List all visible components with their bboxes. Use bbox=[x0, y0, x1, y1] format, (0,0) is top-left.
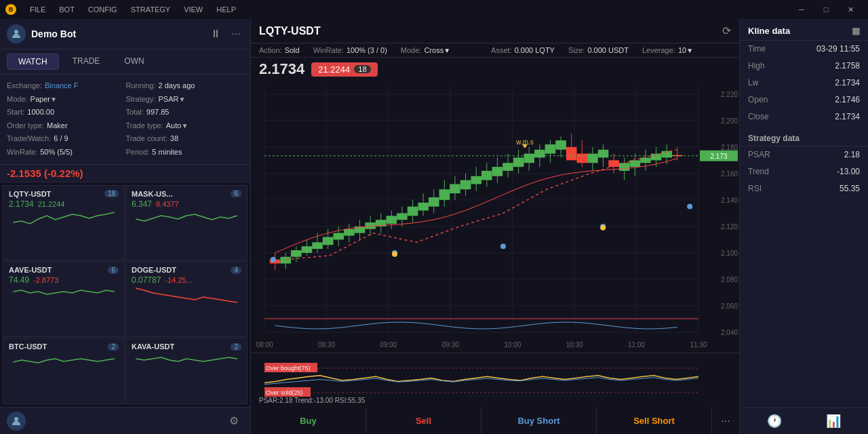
chart-mode-value: Cross▼ bbox=[424, 46, 450, 54]
exchange-value[interactable]: Binance F bbox=[45, 80, 79, 92]
buy-short-button[interactable]: Buy Short bbox=[481, 408, 597, 434]
chart-icon[interactable]: 📊 bbox=[826, 414, 841, 429]
chart-type-icon[interactable]: ▦ bbox=[852, 26, 860, 36]
exchange-label: Exchange: bbox=[7, 80, 42, 92]
watch-symbol: LQTY-USDT bbox=[9, 190, 51, 198]
start-value: 1000.00 bbox=[27, 106, 54, 119]
lw-value: 2.1734 bbox=[835, 78, 860, 87]
titlebar: B FILE BOT CONFIG STRATEGY VIEW HELP ─ □… bbox=[0, 0, 868, 19]
watch-card[interactable]: KAVA-USDT2 bbox=[125, 338, 248, 404]
winrate-value: 50% (5/5) bbox=[40, 146, 73, 159]
strategy-trend-label: Trend bbox=[748, 167, 769, 176]
strategy-psar-row: PSAR 2.18 bbox=[740, 146, 868, 163]
buy-button[interactable]: Buy bbox=[251, 408, 366, 434]
sell-button[interactable]: Sell bbox=[366, 408, 481, 434]
watch-badge: 2 bbox=[231, 343, 241, 351]
time-value: 03-29 11:55 bbox=[816, 44, 860, 54]
period-label: Period: bbox=[126, 146, 150, 159]
mode-label: Mode: bbox=[7, 94, 28, 106]
strategy-rsi-value: 55.35 bbox=[840, 184, 860, 193]
menu-config[interactable]: CONFIG bbox=[85, 4, 120, 15]
sparkline bbox=[9, 352, 119, 372]
chart-symbol: LQTY-USDT bbox=[259, 25, 321, 37]
watch-badge: 4 bbox=[231, 267, 241, 274]
watch-card[interactable]: LQTY-USDT182.173421.2244 bbox=[3, 185, 125, 261]
trade-count-label: Trade count: bbox=[126, 133, 167, 145]
refresh-button[interactable]: ⟳ bbox=[722, 24, 731, 37]
kline-time-row: Time 03-29 11:55 bbox=[740, 41, 868, 58]
sell-short-button[interactable]: Sell Short bbox=[597, 408, 712, 434]
watch-card[interactable]: AAVE-USDT674.49-2.8773 bbox=[3, 261, 125, 337]
close-value: 2.1734 bbox=[835, 112, 860, 121]
pnl-value: -2.1535 (-0.22%) bbox=[0, 165, 250, 182]
price-display: 2.1734 21.2244 18 bbox=[251, 58, 739, 81]
right-panel-bottom: 🕐 📊 bbox=[740, 408, 868, 434]
maximize-button[interactable]: □ bbox=[814, 0, 838, 19]
watch-card[interactable]: BTC-USDT2 bbox=[3, 338, 125, 404]
lw-label: Lw bbox=[748, 78, 758, 87]
watchlist: LQTY-USDT182.173421.2244MASK-US...66.347… bbox=[0, 182, 250, 407]
more-actions-button[interactable]: ··· bbox=[712, 408, 739, 434]
running-value: 2 days ago bbox=[159, 80, 195, 92]
menu-view[interactable]: VIEW bbox=[181, 4, 205, 15]
watch-price: 2.1734 bbox=[9, 199, 34, 209]
bot-pause-button[interactable]: ⏸ bbox=[208, 26, 224, 41]
watch-symbol: BTC-USDT bbox=[9, 342, 47, 351]
bot-title: Demo Bot bbox=[31, 28, 202, 39]
left-panel: Demo Bot ⏸ ··· WATCH TRADE OWN Exchange:… bbox=[0, 19, 251, 434]
strategy-psar-label: PSAR bbox=[748, 150, 770, 159]
menu-strategy[interactable]: STRATEGY bbox=[128, 4, 173, 15]
right-panel: Kline data ▦ Time 03-29 11:55 High 2.175… bbox=[739, 19, 868, 434]
bot-more-button[interactable]: ··· bbox=[229, 26, 243, 41]
settings-icon[interactable]: ⚙ bbox=[224, 412, 243, 431]
watch-badge: 2 bbox=[108, 343, 119, 351]
chart-winrate-label: WinRate: bbox=[313, 46, 344, 54]
psar-price: 21.2244 bbox=[318, 64, 350, 75]
bot-header: Demo Bot ⏸ ··· bbox=[0, 19, 250, 50]
current-price: 2.1734 bbox=[259, 60, 304, 78]
tab-own[interactable]: OWN bbox=[113, 54, 155, 70]
close-button[interactable]: ✕ bbox=[838, 0, 863, 19]
tabs-bar: WATCH TRADE OWN bbox=[0, 50, 250, 75]
menu-file[interactable]: FILE bbox=[27, 4, 48, 15]
watch-symbol: DOGE-USDT bbox=[132, 266, 176, 274]
kline-open-row: Open 2.1746 bbox=[740, 92, 868, 108]
bot-info-grid: Exchange: Binance F Running: 2 days ago … bbox=[0, 75, 250, 165]
strategy-trend-value: -13.00 bbox=[837, 167, 860, 176]
watch-change: 21.2244 bbox=[38, 200, 65, 208]
sparkline bbox=[132, 209, 241, 229]
watch-badge: 18 bbox=[104, 190, 119, 197]
tab-trade[interactable]: TRADE bbox=[62, 54, 111, 70]
clock-icon[interactable]: 🕐 bbox=[767, 414, 782, 429]
bot-avatar bbox=[7, 24, 26, 43]
watch-card[interactable]: DOGE-USDT40.07787-14.25... bbox=[125, 261, 248, 337]
chart-stats: Action: Sold WinRate: 100% (3 / 0) Mode:… bbox=[251, 43, 739, 58]
candle-chart bbox=[251, 81, 739, 353]
strategy-psar-value: 2.18 bbox=[844, 150, 860, 159]
tab-watch[interactable]: WATCH bbox=[7, 54, 59, 70]
main-chart-canvas bbox=[251, 81, 739, 353]
psar-indicator: 21.2244 18 bbox=[311, 62, 377, 77]
menu-help[interactable]: HELP bbox=[214, 4, 239, 15]
mode-value: Paper▼ bbox=[31, 94, 57, 106]
strategy-rsi-label: RSI bbox=[748, 184, 762, 193]
kline-lw-row: Lw 2.1734 bbox=[740, 75, 868, 92]
strategy-value: PSAR▼ bbox=[159, 94, 186, 106]
user-icon[interactable] bbox=[7, 412, 26, 431]
asset-label: Asset: bbox=[491, 46, 512, 54]
total-value: 997.85 bbox=[146, 106, 170, 119]
watch-card[interactable]: MASK-US...66.3478.4377 bbox=[125, 185, 248, 261]
winrate-label: WinRate: bbox=[7, 146, 37, 159]
open-value: 2.1746 bbox=[835, 95, 860, 104]
minimize-button[interactable]: ─ bbox=[789, 0, 814, 19]
watch-symbol: MASK-US... bbox=[132, 190, 173, 198]
order-type-label: Order type: bbox=[7, 120, 44, 132]
strategy-label: Strategy: bbox=[126, 94, 156, 106]
app-icon: B bbox=[5, 4, 16, 15]
window-controls: ─ □ ✕ bbox=[789, 0, 863, 19]
menu-bot[interactable]: BOT bbox=[56, 4, 77, 15]
svg-point-0 bbox=[14, 30, 18, 34]
chart-header: LQTY-USDT ⟳ bbox=[251, 19, 739, 43]
sparkline bbox=[132, 285, 241, 305]
watch-badge: 6 bbox=[108, 267, 119, 274]
